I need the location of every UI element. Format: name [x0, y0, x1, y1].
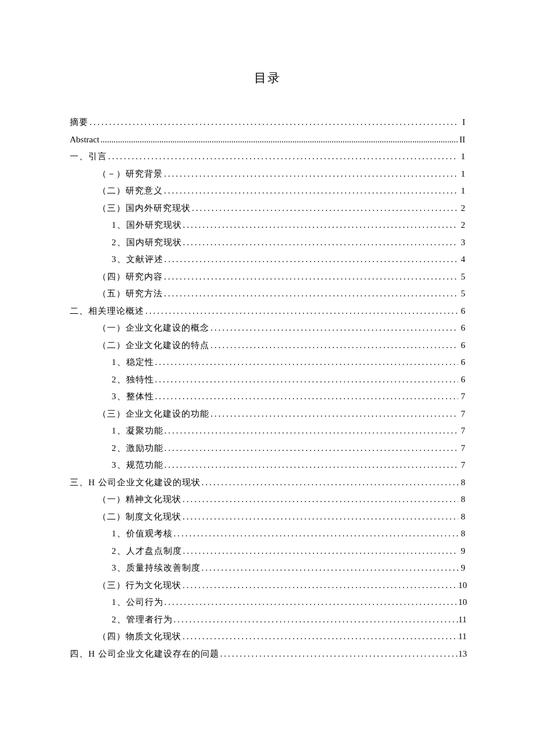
- toc-leader-dots: [144, 307, 458, 316]
- toc-entry-label: 2、人才盘点制度: [112, 547, 182, 556]
- toc-leader-dots: [154, 392, 459, 401]
- toc-entry: 一、引言1: [70, 152, 465, 161]
- toc-leader-dots: [173, 615, 459, 624]
- toc-leader-dots: [163, 187, 458, 195]
- toc-leader-dots: [163, 598, 459, 607]
- toc-entry-label: 2、独特性: [112, 375, 154, 384]
- toc-entry: 2、激励功能7: [70, 444, 465, 453]
- toc-entry: 摘要I: [70, 118, 465, 127]
- toc-entry-label: （－）研究背景: [98, 170, 163, 178]
- toc-leader-dots: [107, 152, 458, 161]
- toc-entry-page: 1: [458, 170, 465, 178]
- toc-leader-dots: [181, 632, 458, 641]
- toc-entry-page: 1: [458, 152, 465, 161]
- toc-leader-dots: [201, 564, 459, 572]
- toc-entry: （－）研究背景1: [70, 170, 465, 178]
- toc-entry-label: 一、引言: [70, 152, 107, 161]
- toc-entry-page: 2: [458, 204, 465, 213]
- toc-entry: 1、稳定性6: [70, 358, 465, 367]
- toc-leader-dots: [219, 650, 458, 658]
- toc-entry: （二）制度文化现状8: [70, 513, 465, 521]
- toc-entry: （四）研究内容5: [70, 273, 465, 281]
- toc-title: 目录: [70, 70, 465, 86]
- toc-entry-page: 13: [458, 650, 465, 658]
- toc-entry-page: 6: [458, 375, 465, 384]
- toc-leader-dots: [163, 289, 458, 298]
- toc-leader-dots: [181, 513, 458, 521]
- toc-entry-label: （四）研究内容: [98, 273, 163, 281]
- toc-entry-page: 10: [458, 581, 465, 590]
- toc-entry: 3、规范功能7: [70, 461, 465, 470]
- toc-entry-page: 8: [458, 495, 465, 504]
- toc-entry-page: 6: [458, 324, 465, 332]
- toc-entry: 2、管理者行为11: [70, 615, 465, 624]
- toc-entry-label: （二）研究意义: [98, 187, 163, 195]
- toc-leader-dots: [209, 410, 458, 418]
- toc-leader-dots: [163, 273, 458, 281]
- toc-entry-page: 10: [458, 598, 465, 607]
- toc-entry-page: 8: [458, 478, 465, 487]
- toc-entry: 2、独特性6: [70, 375, 465, 384]
- toc-entry-page: II: [458, 135, 465, 144]
- toc-entry-label: 1、稳定性: [112, 358, 154, 367]
- toc-entry-page: 9: [458, 564, 465, 572]
- toc-leader-dots: [163, 427, 459, 435]
- toc-entry: （二）研究意义1: [70, 187, 465, 195]
- toc-entry-page: 5: [458, 289, 465, 298]
- toc-entry-label: 1、价值观考核: [112, 529, 173, 538]
- toc-entry: （三）行为文化现状10: [70, 581, 465, 590]
- toc-entry-label: 1、国外研究现状: [112, 221, 182, 230]
- toc-entry: 1、价值观考核8: [70, 529, 465, 538]
- toc-entry-label: Abstract: [70, 135, 99, 144]
- toc-leader-dots: [182, 547, 459, 556]
- toc-leader-dots: [181, 495, 458, 504]
- toc-leader-dots: [163, 170, 458, 178]
- toc-leader-dots: [182, 238, 459, 247]
- toc-entry-page: I: [458, 118, 465, 127]
- toc-entry: AbstractII: [70, 135, 465, 144]
- toc-entry-page: 3: [458, 238, 465, 247]
- toc-leader-dots: [209, 341, 458, 350]
- table-of-contents: 摘要IAbstractII一、引言1（－）研究背景1（二）研究意义1（三）国内外…: [70, 118, 465, 658]
- toc-entry-label: 3、质量持续改善制度: [112, 564, 201, 572]
- toc-entry-label: （一）企业文化建设的概念: [98, 324, 209, 332]
- toc-entry-label: 2、激励功能: [112, 444, 163, 453]
- toc-entry: 2、国内研究现状3: [70, 238, 465, 247]
- toc-entry-label: （二）制度文化现状: [98, 513, 181, 521]
- toc-entry-label: 四、H 公司企业文化建设存在的问题: [70, 650, 219, 658]
- toc-entry-page: 7: [458, 410, 465, 418]
- toc-entry-label: （三）国内外研究现状: [98, 204, 191, 213]
- toc-entry-label: （二）企业文化建设的特点: [98, 341, 209, 350]
- toc-leader-dots: [99, 135, 458, 144]
- toc-entry: 3、文献评述4: [70, 255, 465, 264]
- toc-entry-label: 3、整体性: [112, 392, 154, 401]
- toc-leader-dots: [181, 581, 458, 590]
- toc-entry-label: 3、规范功能: [112, 461, 163, 470]
- toc-entry-label: （四）物质文化现状: [98, 632, 181, 641]
- toc-entry: 2、人才盘点制度9: [70, 547, 465, 556]
- toc-entry-page: 7: [458, 461, 465, 470]
- toc-leader-dots: [191, 204, 458, 213]
- toc-entry-page: 11: [458, 615, 465, 624]
- document-page: 目录 摘要IAbstractII一、引言1（－）研究背景1（二）研究意义1（三）…: [0, 0, 535, 658]
- toc-entry: （三）企业文化建设的功能7: [70, 410, 465, 418]
- toc-entry-label: 3、文献评述: [112, 255, 163, 264]
- toc-entry: 三、H 公司企业文化建设的现状8: [70, 478, 465, 487]
- toc-entry-page: 2: [458, 221, 465, 230]
- toc-entry-page: 4: [458, 255, 465, 264]
- toc-leader-dots: [209, 324, 458, 332]
- toc-entry: 1、凝聚功能7: [70, 427, 465, 435]
- toc-entry-page: 11: [458, 632, 465, 641]
- toc-leader-dots: [182, 221, 459, 230]
- toc-leader-dots: [154, 375, 459, 384]
- toc-entry: （四）物质文化现状11: [70, 632, 465, 641]
- toc-entry: （三）国内外研究现状2: [70, 204, 465, 213]
- toc-entry-page: 6: [458, 307, 465, 316]
- toc-entry-label: 二、相关理论概述: [70, 307, 144, 316]
- toc-leader-dots: [163, 255, 459, 264]
- toc-entry-label: 2、国内研究现状: [112, 238, 182, 247]
- toc-entry-page: 1: [458, 187, 465, 195]
- toc-leader-dots: [163, 444, 459, 453]
- toc-entry: 四、H 公司企业文化建设存在的问题13: [70, 650, 465, 658]
- toc-entry-page: 8: [458, 529, 465, 538]
